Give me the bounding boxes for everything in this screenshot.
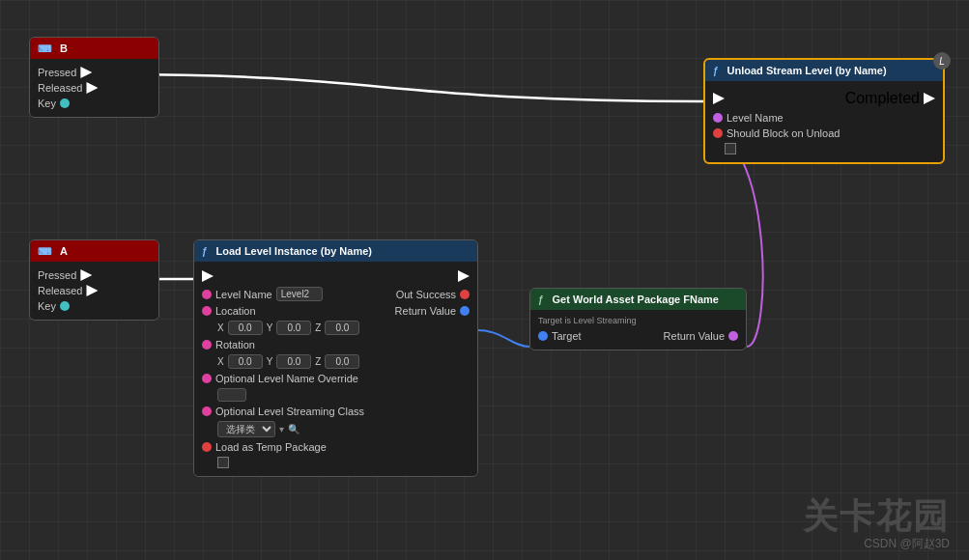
node-unload-levelname-pin[interactable] bbox=[713, 113, 723, 123]
keyboard-icon: ⌨ bbox=[38, 43, 51, 54]
node-load-retval-pin[interactable] bbox=[460, 306, 470, 316]
node-unload: L ƒ Unload Stream Level (by Name) Comple… bbox=[703, 58, 945, 164]
node-b-key-row: Key bbox=[30, 96, 158, 111]
node-unload-levelname-label: Level Name bbox=[727, 112, 784, 124]
node-load-optstream-controls: 选择类 ▾ 🔍 bbox=[194, 419, 477, 439]
node-load-optname-pin[interactable] bbox=[202, 374, 212, 383]
node-b-key-pin[interactable] bbox=[60, 98, 70, 108]
node-load-levelname-label: Level Name bbox=[215, 289, 272, 300]
node-a-released-row: Released bbox=[30, 283, 158, 298]
node-load-outsuccess-pin[interactable] bbox=[460, 290, 470, 299]
node-load-location-z-input[interactable] bbox=[325, 321, 359, 335]
node-load-outsuccess-label: Out Success bbox=[396, 289, 456, 300]
node-getworld: ƒ Get World Asset Package FName Target i… bbox=[529, 288, 747, 350]
node-a-header: ⌨ A bbox=[30, 240, 158, 262]
node-unload-shouldblock-checkbox[interactable] bbox=[725, 143, 736, 154]
node-unload-shouldblock-cb-row bbox=[705, 141, 943, 156]
node-load-optstream-pin[interactable] bbox=[202, 406, 212, 416]
node-getworld-retval-label: Return Value bbox=[664, 330, 725, 342]
node-load-rotation-xyz: X Y Z bbox=[194, 352, 477, 371]
node-getworld-retval-pin[interactable] bbox=[728, 331, 738, 341]
node-a-pressed-pin[interactable] bbox=[80, 269, 92, 281]
node-b-header: ⌨ B bbox=[30, 38, 158, 59]
node-load-rotation-y-label: Y bbox=[267, 356, 273, 367]
node-load-rotation-y-input[interactable] bbox=[276, 354, 311, 369]
node-unload-body: Completed Level Name Should Block on Unl… bbox=[705, 81, 943, 162]
node-load-location-label: Location bbox=[215, 305, 256, 317]
function-icon-getworld: ƒ bbox=[538, 294, 544, 305]
node-load-levelname-row: Level Name Out Success bbox=[194, 285, 477, 303]
node-unload-completed-label: Completed bbox=[845, 90, 920, 107]
node-unload-completed-wrap: Completed bbox=[845, 90, 935, 107]
node-unload-shouldblock-pin[interactable] bbox=[713, 128, 723, 138]
node-a-key-label: Key bbox=[38, 300, 56, 312]
node-a-pressed-row: Pressed bbox=[30, 267, 158, 283]
watermark-credit: CSDN @阿赵3D bbox=[864, 536, 950, 552]
node-load-temppackage-label: Load as Temp Package bbox=[215, 441, 327, 453]
node-unload-header: ƒ Unload Stream Level (by Name) bbox=[705, 60, 943, 81]
node-getworld-pins-row: Target Return Value bbox=[530, 328, 746, 344]
node-a-title: A bbox=[60, 245, 68, 257]
node-b-pressed-label: Pressed bbox=[38, 67, 76, 78]
node-getworld-title: Get World Asset Package FName bbox=[553, 294, 719, 305]
node-getworld-header: ƒ Get World Asset Package FName bbox=[530, 289, 746, 310]
node-load-location-z-label: Z bbox=[315, 322, 321, 333]
node-unload-levelname-row: Level Name bbox=[705, 110, 943, 126]
node-load-location-x-input[interactable] bbox=[228, 321, 263, 335]
node-load-outsuccess-right: Out Success bbox=[396, 287, 470, 301]
node-b-released-pin[interactable] bbox=[86, 82, 98, 94]
node-unload-badge: L bbox=[933, 52, 951, 70]
node-a-released-pin[interactable] bbox=[86, 285, 98, 296]
node-load-location-y-input[interactable] bbox=[276, 321, 311, 335]
node-unload-exec-out[interactable] bbox=[924, 93, 935, 104]
node-b-key-label: Key bbox=[38, 98, 56, 109]
node-load-levelname-left: Level Name bbox=[202, 287, 323, 301]
node-getworld-target-left: Target bbox=[538, 330, 582, 342]
node-load-rotation-pin[interactable] bbox=[202, 340, 212, 350]
node-load-optstream-dropdown-icon: ▾ bbox=[279, 424, 284, 434]
node-load-temppackage-row: Load as Temp Package bbox=[194, 439, 477, 455]
node-a-key-pin[interactable] bbox=[60, 301, 70, 311]
node-load-header: ƒ Load Level Instance (by Name) bbox=[194, 240, 477, 262]
node-load-levelname-pin[interactable] bbox=[202, 290, 212, 299]
node-load-rotation-z-input[interactable] bbox=[325, 354, 359, 369]
node-b-pressed-row: Pressed bbox=[30, 65, 158, 80]
node-b-released-row: Released bbox=[30, 80, 158, 96]
node-load-location-x-label: X bbox=[217, 322, 224, 333]
node-load-temppackage-checkbox[interactable] bbox=[217, 457, 229, 468]
node-getworld-subtitle: Target is Level Streaming bbox=[530, 316, 746, 328]
node-load-rotation-x-input[interactable] bbox=[228, 354, 263, 369]
node-b-body: Pressed Released Key bbox=[30, 59, 158, 117]
node-b-released-label: Released bbox=[38, 82, 82, 94]
node-load-rotation-z-label: Z bbox=[315, 356, 321, 367]
node-load-optstream-select[interactable]: 选择类 bbox=[217, 421, 275, 437]
node-load-retval-label: Return Value bbox=[395, 305, 456, 317]
node-load-exec-in[interactable] bbox=[202, 270, 214, 282]
node-b-pressed-pin[interactable] bbox=[80, 67, 92, 78]
node-load-body: Level Name Out Success Location Return V… bbox=[194, 262, 477, 476]
node-load-optname-input[interactable] bbox=[217, 388, 246, 402]
node-load-exec-out[interactable] bbox=[458, 270, 470, 282]
node-a-pressed-label: Pressed bbox=[38, 269, 76, 281]
node-load-optstream-label: Optional Level Streaming Class bbox=[215, 406, 364, 417]
node-load-rotation-label: Rotation bbox=[215, 339, 255, 350]
node-getworld-target-pin[interactable] bbox=[538, 331, 548, 341]
node-load-rotation-row: Rotation bbox=[194, 337, 477, 352]
node-unload-exec-row: Completed bbox=[705, 87, 943, 110]
keyboard-icon-a: ⌨ bbox=[38, 246, 51, 257]
node-a-body: Pressed Released Key bbox=[30, 262, 158, 320]
node-getworld-target-label: Target bbox=[552, 330, 582, 342]
node-load-optname-label: Optional Level Name Override bbox=[215, 373, 358, 384]
node-getworld-body: Target is Level Streaming Target Return … bbox=[530, 310, 746, 350]
node-load-location-y-label: Y bbox=[267, 322, 273, 333]
node-load-location-pin[interactable] bbox=[202, 306, 212, 316]
node-load-temppackage-pin[interactable] bbox=[202, 442, 212, 452]
node-getworld-retval-right: Return Value bbox=[664, 330, 738, 342]
node-a-released-label: Released bbox=[38, 285, 82, 296]
node-load-rotation-x-label: X bbox=[217, 356, 224, 367]
node-load-optstream-search-icon: 🔍 bbox=[288, 424, 299, 434]
node-unload-exec-in[interactable] bbox=[713, 93, 725, 104]
node-load-levelname-input[interactable] bbox=[276, 287, 323, 301]
function-icon-unload: ƒ bbox=[713, 66, 719, 76]
node-load-location-xyz: X Y Z bbox=[194, 319, 477, 337]
